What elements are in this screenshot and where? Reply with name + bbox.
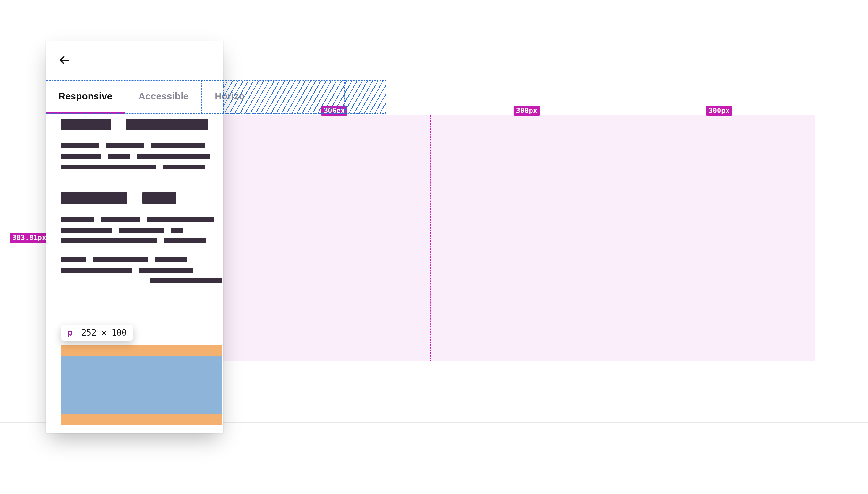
text-segment (139, 268, 193, 273)
article-block (61, 119, 222, 169)
back-arrow-icon[interactable] (58, 54, 71, 66)
text-segment (61, 268, 132, 273)
text-segment (61, 165, 156, 169)
tooltip-tag-name: p (67, 328, 73, 338)
text-segment (155, 257, 187, 262)
heading-word (61, 192, 127, 204)
flex-overflow-hatch (223, 80, 386, 114)
phone-header (45, 41, 223, 79)
heading-word (142, 192, 176, 204)
paragraph (61, 257, 222, 283)
text-segment (109, 154, 130, 159)
text-segment (119, 228, 163, 232)
paragraph (61, 217, 222, 243)
tab-responsive[interactable]: Responsive (45, 80, 126, 113)
text-segment (171, 228, 184, 232)
grid-row-size-label: 383.81px (9, 233, 49, 243)
heading-word (61, 119, 111, 130)
grid-column-size-label: 300px (706, 106, 732, 116)
heading-word (127, 119, 209, 130)
text-segment (147, 217, 214, 222)
tab-label: Responsive (58, 91, 112, 102)
tab-label: Accessible (138, 91, 189, 102)
tooltip-dimensions: 252 × 100 (81, 328, 127, 338)
tab-accessible[interactable]: Accessible (126, 80, 202, 113)
grid-column-size-label: 300px (514, 106, 540, 116)
text-segment (61, 217, 94, 222)
text-segment (107, 144, 144, 148)
text-segment (61, 154, 101, 159)
tab-bar: Responsive Accessible Horizo (45, 79, 223, 113)
box-model-margin-bottom (61, 414, 222, 425)
heading-row (61, 192, 222, 204)
element-inspector-tooltip: p 252 × 100 (61, 325, 133, 341)
grid-column: 300px (431, 115, 623, 361)
grid-column: 300px (623, 115, 815, 361)
box-model-margin-top (61, 345, 222, 356)
text-segment (61, 257, 86, 262)
text-segment (93, 257, 148, 262)
text-segment (61, 238, 157, 243)
grid-column: 300px (238, 115, 431, 361)
heading-row (61, 119, 222, 130)
text-segment (61, 228, 112, 232)
text-segment (150, 279, 222, 283)
article-block (61, 257, 222, 283)
text-segment (164, 238, 206, 243)
text-segment (101, 217, 140, 222)
text-segment (163, 165, 205, 169)
article-block (61, 192, 222, 243)
box-model-content (61, 356, 222, 414)
text-segment (61, 144, 99, 148)
article-column (61, 119, 222, 283)
text-segment (137, 154, 210, 159)
paragraph (61, 144, 222, 169)
text-segment (151, 144, 205, 148)
